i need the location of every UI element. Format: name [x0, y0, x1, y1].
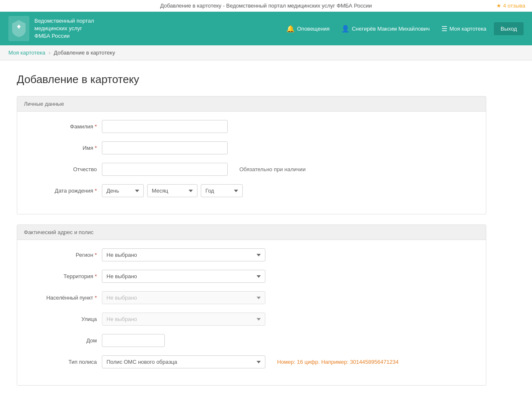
breadcrumb-separator: › [49, 50, 50, 56]
address-body: Регион * Не выбрано Территория * Не выбр… [17, 240, 486, 385]
house-input[interactable] [102, 334, 165, 347]
patronymic-hint: Обязательно при наличии [239, 166, 306, 172]
notifications-label: Оповещения [297, 26, 330, 32]
logo-area: Ведомственный портал медицинских услуг Ф… [8, 16, 94, 41]
rating-text: 4 отзыва [503, 3, 525, 9]
exit-button[interactable]: Выход [494, 22, 524, 35]
first-name-row: Имя * [34, 141, 469, 154]
locality-label: Населённый пункт * [34, 295, 97, 301]
kartoteka-label: Моя картотека [449, 26, 486, 32]
notifications-nav[interactable]: 🔔 Оповещения [282, 22, 334, 35]
patronymic-label: Отчество [34, 166, 97, 172]
site-header: Ведомственный портал медицинских услуг Ф… [0, 12, 532, 45]
birthdate-label: Дата рождения * [34, 188, 97, 194]
personal-data-section: Личные данные Фамилия * Имя * Отчество [17, 96, 486, 214]
region-select[interactable]: Не выбрано [102, 248, 265, 261]
policy-row: Тип полиса Полис ОМС нового образца Номе… [34, 355, 469, 368]
shield-icon [12, 20, 26, 37]
year-select[interactable]: Год [201, 184, 243, 197]
user-nav[interactable]: 👤 Снегирёв Максим Михайлович [337, 22, 434, 35]
header-nav: 🔔 Оповещения 👤 Снегирёв Максим Михайлови… [282, 22, 524, 35]
required-marker: * [95, 295, 97, 301]
required-marker: * [95, 123, 97, 130]
top-bar: Добавление в картотеку - Ведомственный п… [0, 0, 532, 12]
address-section: Фактический адрес и полис Регион * Не вы… [17, 224, 486, 386]
required-marker: * [95, 252, 97, 258]
house-label: Дом [34, 337, 97, 344]
breadcrumb-home[interactable]: Моя картотека [8, 50, 45, 56]
region-label: Регион * [34, 252, 97, 258]
territory-select[interactable]: Не выбрано [102, 270, 265, 283]
personal-data-body: Фамилия * Имя * Отчество Обязательно при… [17, 112, 486, 214]
locality-row: Населённый пункт * Не выбрано [34, 291, 469, 304]
required-marker: * [95, 145, 97, 151]
logo-text: Ведомственный портал медицинских услуг Ф… [34, 17, 94, 40]
territory-label: Территория * [34, 273, 97, 279]
required-marker: * [95, 273, 97, 279]
svg-rect-1 [18, 25, 20, 29]
breadcrumb-current: Добавление в картотеку [54, 50, 115, 56]
page-title: Добавление в картотеку [17, 73, 486, 86]
required-marker: * [95, 188, 97, 194]
territory-row: Территория * Не выбрано [34, 270, 469, 283]
first-name-input[interactable] [102, 141, 228, 154]
locality-select[interactable]: Не выбрано [102, 291, 265, 304]
policy-select[interactable]: Полис ОМС нового образца [102, 355, 265, 368]
patronymic-input[interactable] [102, 163, 228, 176]
policy-hint: Номер: 16 цифр. Например: 30144589564712… [277, 359, 399, 365]
page-tab-title: Добавление в картотеку - Ведомственный п… [160, 3, 372, 9]
breadcrumb: Моя картотека › Добавление в картотеку [0, 45, 532, 60]
street-row: Улица Не выбрано [34, 313, 469, 326]
street-select[interactable]: Не выбрано [102, 313, 265, 326]
last-name-row: Фамилия * [34, 120, 469, 133]
logo-shield [8, 16, 29, 41]
star-icon: ★ [496, 3, 501, 9]
menu-icon: ☰ [441, 25, 447, 33]
bell-icon: 🔔 [286, 25, 295, 33]
birthdate-row: Дата рождения * День Месяц Год [34, 184, 469, 197]
main-content: Добавление в картотеку Личные данные Фам… [0, 60, 503, 408]
day-select[interactable]: День [102, 184, 144, 197]
patronymic-row: Отчество Обязательно при наличии [34, 163, 469, 176]
house-row: Дом [34, 334, 469, 347]
region-row: Регион * Не выбрано [34, 248, 469, 261]
last-name-input[interactable] [102, 120, 228, 133]
street-label: Улица [34, 316, 97, 322]
kartoteka-nav[interactable]: ☰ Моя картотека [437, 22, 490, 35]
personal-data-header: Личные данные [17, 97, 486, 112]
rating-badge: ★ 4 отзыва [496, 3, 525, 9]
user-name: Снегирёв Максим Михайлович [352, 26, 430, 32]
date-selects: День Месяц Год [102, 184, 243, 197]
first-name-label: Имя * [34, 145, 97, 151]
month-select[interactable]: Месяц [147, 184, 197, 197]
last-name-label: Фамилия * [34, 123, 97, 130]
address-header: Фактический адрес и полис [17, 225, 486, 240]
user-icon: 👤 [341, 25, 350, 33]
policy-label: Тип полиса [34, 359, 97, 365]
